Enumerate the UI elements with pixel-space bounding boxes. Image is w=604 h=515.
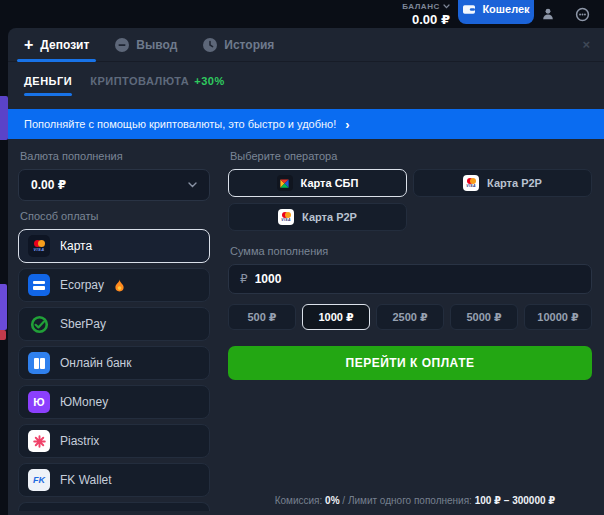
wallet-icon <box>462 3 476 15</box>
payment-method-column: Валюта пополнения 0.00 ₽ Способ оплаты V… <box>18 141 210 511</box>
method-label: Карта <box>60 239 92 253</box>
clock-icon <box>203 38 217 52</box>
operator-card-p2p-1[interactable]: VISA Карта P2P <box>413 169 592 197</box>
subtab-label: КРИПТОВАЛЮТА <box>90 75 189 87</box>
balance-label: БАЛАНС <box>402 2 440 11</box>
method-online-bank[interactable]: Онлайн банк <box>18 346 210 380</box>
operator-card-sbp[interactable]: Карта СБП <box>228 169 407 197</box>
fire-icon <box>114 279 125 292</box>
crypto-bonus-badge: +30% <box>194 75 224 87</box>
minus-circle-icon <box>115 38 129 52</box>
amount-label: Сумма пополнения <box>230 245 592 257</box>
method-ecorpay[interactable]: Ecorpay <box>18 268 210 302</box>
sbp-icon <box>277 175 293 191</box>
payment-method-list: VISA Карта Ecorpay SberPay <box>18 229 210 511</box>
method-label: Онлайн банк <box>60 356 131 370</box>
ruble-sign: ₽ <box>240 272 248 286</box>
preset-5000[interactable]: 5000 ₽ <box>450 304 518 330</box>
currency-label: Валюта пополнения <box>20 150 210 162</box>
pay-button[interactable]: ПЕРЕЙТИ К ОПЛАТЕ <box>228 346 592 380</box>
operator-row: VISA Карта P2P <box>228 203 592 231</box>
method-label: SberPay <box>60 317 106 331</box>
operator-label: Карта P2P <box>302 211 357 223</box>
ecorpay-icon <box>28 274 50 296</box>
crypto-promo-banner[interactable]: Пополняйте с помощью криптовалюты, это б… <box>8 109 604 139</box>
active-subtab-underline <box>24 93 72 96</box>
amount-input[interactable]: ₽ 1000 <box>228 264 592 294</box>
method-yoomoney[interactable]: Ю ЮMoney <box>18 385 210 419</box>
chevron-down-icon <box>443 4 450 9</box>
methods-label: Способ оплаты <box>20 210 210 222</box>
bank-card-icon: VISA <box>278 209 294 225</box>
wallet-button-label: Кошелек <box>482 3 529 15</box>
sberpay-icon <box>28 313 50 335</box>
payment-method-item-partial[interactable] <box>18 502 210 511</box>
support-chat-icon[interactable] <box>574 6 590 22</box>
balance-value: 0.00 ₽ <box>402 12 450 27</box>
commission-value: 0% <box>325 495 339 506</box>
method-sberpay[interactable]: SberPay <box>18 307 210 341</box>
method-label: FK Wallet <box>60 473 112 487</box>
tab-label: История <box>224 38 274 52</box>
method-label: Ecorpay <box>60 278 104 292</box>
background-decoration <box>0 330 6 340</box>
deposit-form-column: Выберите оператора Карта СБП VISA Карта … <box>228 141 592 511</box>
banner-text: Пополняйте с помощью криптовалюты, это б… <box>24 118 336 130</box>
piastrix-icon <box>28 430 50 452</box>
currency-type-subtabs: ДЕНЬГИ КРИПТОВАЛЮТА +30% <box>8 75 604 96</box>
balance-widget[interactable]: БАЛАНС 0.00 ₽ <box>402 2 450 27</box>
bank-card-icon: VISA <box>28 235 50 257</box>
online-bank-icon <box>28 352 50 374</box>
operator-label: Карта СБП <box>301 177 359 189</box>
operator-card-p2p-2[interactable]: VISA Карта P2P <box>228 203 407 231</box>
currency-select[interactable]: 0.00 ₽ <box>18 169 210 201</box>
subtab-money[interactable]: ДЕНЬГИ <box>24 75 72 96</box>
footer-divider: / <box>342 495 345 506</box>
tab-deposit[interactable]: + Депозит <box>24 28 89 61</box>
plus-icon: + <box>24 37 33 53</box>
bank-card-icon: VISA <box>463 175 479 191</box>
method-label: ЮMoney <box>60 395 108 409</box>
subtab-crypto[interactable]: КРИПТОВАЛЮТА +30% <box>90 75 225 96</box>
background-decoration <box>0 284 7 330</box>
preset-1000[interactable]: 1000 ₽ <box>302 304 370 330</box>
tab-label: Депозит <box>40 38 89 52</box>
preset-500[interactable]: 500 ₽ <box>228 304 296 330</box>
background-decoration <box>0 96 8 140</box>
method-fk-wallet[interactable]: FK FK Wallet <box>18 463 210 497</box>
limit-value: 100 ₽ – 300000 ₽ <box>475 495 556 506</box>
chevron-down-icon <box>188 182 197 188</box>
preset-2500[interactable]: 2500 ₽ <box>376 304 444 330</box>
operator-row: Карта СБП VISA Карта P2P <box>228 169 592 197</box>
fk-wallet-icon: FK <box>28 469 50 491</box>
limits-footer: Комиссия: 0% / Лимит одного пополнения: … <box>236 495 594 506</box>
preset-10000[interactable]: 10000 ₽ <box>524 304 592 330</box>
method-card[interactable]: VISA Карта <box>18 229 210 263</box>
wallet-button[interactable]: Кошелек <box>458 0 534 24</box>
active-tab-underline <box>17 59 96 62</box>
deposit-modal: + Депозит Вывод История × ДЕНЬГИ КРИПТОВ… <box>8 28 604 515</box>
limit-label: Лимит одного пополнения: <box>348 495 472 506</box>
commission-label: Комиссия: <box>275 495 323 506</box>
tab-label: Вывод <box>136 38 177 52</box>
currency-select-value: 0.00 ₽ <box>31 178 66 192</box>
yoomoney-icon: Ю <box>28 391 50 413</box>
operator-label: Карта P2P <box>487 177 542 189</box>
modal-content: Валюта пополнения 0.00 ₽ Способ оплаты V… <box>8 139 604 511</box>
close-icon[interactable]: × <box>582 37 590 52</box>
chevron-right-icon: › <box>345 117 349 132</box>
tab-history[interactable]: История <box>203 28 274 61</box>
amount-value: 1000 <box>255 272 282 286</box>
method-piastrix[interactable]: Piastrix <box>18 424 210 458</box>
user-icon[interactable] <box>540 6 556 22</box>
operators-label: Выберите оператора <box>230 150 592 162</box>
tab-withdraw[interactable]: Вывод <box>115 28 177 61</box>
topbar: БАЛАНС 0.00 ₽ Кошелек <box>0 0 604 28</box>
subtab-label: ДЕНЬГИ <box>24 75 72 87</box>
amount-presets: 500 ₽ 1000 ₽ 2500 ₽ 5000 ₽ 10000 ₽ <box>228 304 592 330</box>
method-label: Piastrix <box>60 434 99 448</box>
modal-tab-bar: + Депозит Вывод История × <box>8 28 604 62</box>
